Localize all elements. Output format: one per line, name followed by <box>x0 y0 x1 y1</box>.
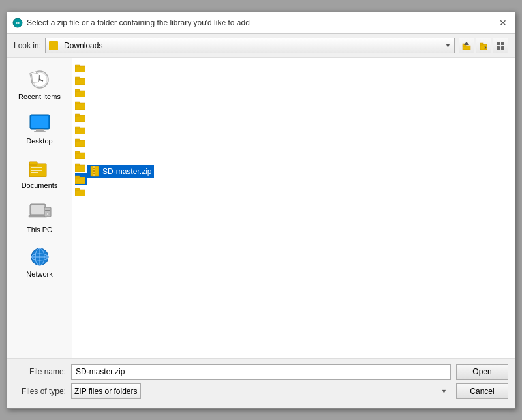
file-items-column: SD-master.zip <box>87 61 154 355</box>
folder-strip-item[interactable] <box>75 161 87 173</box>
folder-strip-item[interactable] <box>75 136 87 148</box>
folder-strip-item[interactable] <box>75 186 87 198</box>
svg-rect-20 <box>36 129 44 131</box>
svg-rect-43 <box>75 89 80 91</box>
svg-rect-40 <box>75 78 85 85</box>
bottom-bar: File name: Open Files of type: ZIP files… <box>7 358 515 408</box>
folder-strip-item-selected[interactable] <box>75 173 87 185</box>
app-icon: ∞ <box>12 18 23 28</box>
folder-strip-icon <box>75 63 85 72</box>
svg-rect-8 <box>497 46 500 50</box>
svg-rect-26 <box>31 172 38 173</box>
navigate-up-button[interactable] <box>459 38 474 53</box>
svg-rect-63 <box>93 170 95 172</box>
file-type-select[interactable]: ZIP files or folders <box>71 383 141 399</box>
svg-rect-31 <box>45 210 50 211</box>
look-in-dropdown[interactable]: Downloads <box>45 38 455 53</box>
recent-items-icon <box>27 68 53 91</box>
svg-rect-25 <box>31 170 42 171</box>
svg-rect-64 <box>93 173 95 174</box>
svg-rect-28 <box>31 205 44 214</box>
svg-rect-21 <box>34 131 46 132</box>
folder-strip-icon <box>75 150 85 159</box>
svg-rect-5 <box>480 43 483 45</box>
svg-point-32 <box>46 213 49 215</box>
sidebar-item-network[interactable]: Network <box>10 241 69 282</box>
sidebar-item-desktop[interactable]: Desktop <box>10 108 69 149</box>
folder-strip-icon-selected <box>75 175 85 184</box>
folder-strip-icon <box>75 100 85 110</box>
svg-rect-39 <box>75 65 80 67</box>
svg-rect-44 <box>75 103 85 110</box>
svg-rect-53 <box>75 151 80 153</box>
desktop-icon <box>27 112 53 136</box>
up-icon <box>462 41 471 50</box>
folder-strip-item[interactable] <box>75 149 87 160</box>
sidebar-item-recent-items[interactable]: Recent Items <box>10 63 69 105</box>
dialog: ∞ Select a zip file or a folder containi… <box>7 12 515 409</box>
file-name-input[interactable] <box>71 364 451 380</box>
sidebar-item-this-pc-label: This PC <box>27 226 52 233</box>
svg-rect-50 <box>75 140 85 147</box>
svg-rect-52 <box>75 153 85 159</box>
svg-rect-47 <box>75 114 80 116</box>
file-type-wrapper: ZIP files or folders <box>71 383 451 399</box>
svg-rect-38 <box>75 66 85 72</box>
svg-rect-51 <box>75 139 80 141</box>
folder-strip-icon <box>75 162 85 172</box>
sidebar-item-this-pc[interactable]: This PC <box>10 196 69 238</box>
svg-rect-46 <box>75 115 85 122</box>
file-name-label: File name: <box>14 367 66 376</box>
title-bar-left: ∞ Select a zip file or a folder containi… <box>12 18 250 28</box>
folder-strip-item[interactable] <box>75 99 87 111</box>
svg-rect-18 <box>31 116 48 128</box>
file-type-label: Files of type: <box>14 387 66 396</box>
sidebar-item-documents[interactable]: Documents <box>10 152 69 194</box>
sidebar: Recent Items Desktop <box>7 58 72 358</box>
svg-rect-16 <box>31 73 38 82</box>
look-in-label: Look in: <box>14 41 41 50</box>
sidebar-item-documents-label: Documents <box>22 181 58 189</box>
view-icon <box>496 41 505 50</box>
folder-strip-item[interactable] <box>75 112 87 123</box>
folder-strip-item[interactable] <box>75 124 87 136</box>
content-area: Recent Items Desktop <box>7 58 515 358</box>
svg-rect-41 <box>75 77 80 79</box>
cancel-button[interactable]: Cancel <box>456 383 508 399</box>
toolbar: Look in: Downloads <box>7 34 515 58</box>
recent-icon <box>479 41 488 50</box>
svg-rect-54 <box>75 165 85 172</box>
recent-places-button[interactable] <box>476 38 491 53</box>
svg-rect-24 <box>31 167 42 168</box>
network-icon <box>27 245 53 269</box>
look-in-wrapper: Downloads <box>45 38 455 53</box>
view-options-button[interactable] <box>493 38 508 53</box>
svg-rect-57 <box>75 176 80 178</box>
file-list-area: SD-master.zip <box>72 58 515 358</box>
this-pc-icon <box>27 201 53 224</box>
file-item-sd-master[interactable]: SD-master.zip <box>87 165 154 178</box>
svg-rect-23 <box>29 162 37 165</box>
dialog-title: Select a zip file or a folder containing… <box>27 18 250 27</box>
svg-rect-48 <box>75 128 85 134</box>
svg-rect-6 <box>497 42 500 45</box>
svg-rect-56 <box>75 177 85 184</box>
file-name-row: File name: Open <box>14 364 508 380</box>
folder-strip-icon <box>75 138 85 147</box>
title-bar: ∞ Select a zip file or a folder containi… <box>7 12 515 34</box>
file-item-name: SD-master.zip <box>102 167 151 176</box>
svg-rect-58 <box>75 190 85 196</box>
documents-icon <box>27 157 53 180</box>
close-button[interactable]: ✕ <box>497 16 510 29</box>
open-button[interactable]: Open <box>456 364 508 380</box>
svg-rect-45 <box>75 102 80 104</box>
folder-strip-item[interactable] <box>75 74 87 86</box>
svg-rect-7 <box>501 42 504 45</box>
folder-strip-item[interactable] <box>75 62 87 74</box>
folder-strip-icon <box>75 113 85 122</box>
svg-rect-9 <box>501 46 504 50</box>
folder-strip-icon <box>75 76 85 85</box>
zip-file-icon <box>89 166 100 177</box>
folder-strip-item[interactable] <box>75 87 87 98</box>
folder-strip-icon <box>75 125 85 134</box>
